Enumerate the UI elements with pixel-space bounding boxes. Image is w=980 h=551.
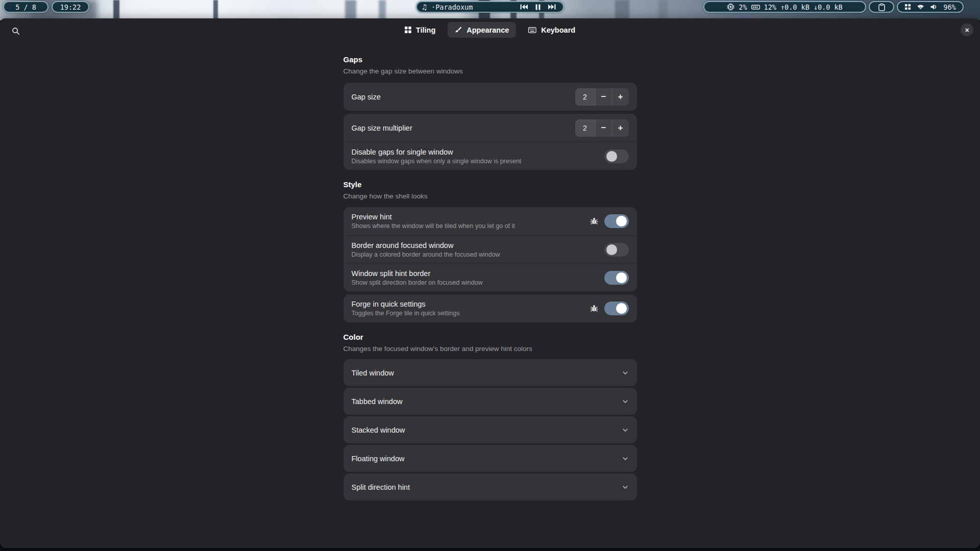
expander-split-direction-hint-label: Split direction hint [352, 483, 622, 491]
expander-stacked-window[interactable]: Stacked window [344, 416, 637, 443]
wallpaper-strip: 5 / 8 19:22 ♫ ·Paradoxum 2% 12% ↑0.0 kB … [0, 0, 980, 20]
expander-split-direction-hint[interactable]: Split direction hint [344, 473, 637, 500]
quick-settings-card: Forge in quick settings Toggles the Forg… [344, 294, 637, 322]
network-download: ↓0.0 kB [814, 3, 843, 11]
wallpaper-shape [213, 0, 218, 20]
gap-multiplier-spinbutton: 2 − + [575, 119, 629, 137]
gap-multiplier-increment-button[interactable]: + [612, 119, 629, 137]
network-upload: ↑0.0 kB [780, 3, 810, 11]
wallpaper-shape [113, 0, 119, 20]
chevron-down-icon [622, 427, 629, 434]
close-icon: × [965, 27, 969, 34]
disable-gaps-single-title: Disable gaps for single window [352, 147, 604, 157]
cpu-icon [727, 3, 734, 11]
preview-hint-subtitle: Shows where the window will be tiled whe… [352, 222, 590, 230]
clock-label: 19:22 [60, 3, 81, 11]
focus-border-subtitle: Display a colored border around the focu… [352, 251, 604, 259]
next-track-icon[interactable] [548, 4, 556, 10]
close-button[interactable]: × [961, 23, 973, 36]
style-section-heading: Style [344, 180, 637, 189]
clock-pill[interactable]: 19:22 [52, 1, 89, 13]
gap-multiplier-row: Gap size multiplier 2 − + [344, 114, 637, 142]
clipboard-icon [878, 3, 885, 11]
workspace-indicator-pill[interactable]: 5 / 8 [3, 1, 48, 13]
disable-gaps-single-subtitle: Disables window gaps when only a single … [352, 158, 604, 165]
split-hint-border-toggle[interactable] [604, 271, 629, 285]
keyboard-icon [528, 27, 536, 33]
preview-hint-row: Preview hint Shows where the window will… [344, 207, 637, 235]
chevron-down-icon [622, 369, 629, 377]
quick-settings-title: Forge in quick settings [352, 299, 590, 309]
quick-settings-subtitle: Toggles the Forge tile in quick settings [352, 310, 590, 317]
media-player-pill[interactable]: ♫ ·Paradoxum [416, 1, 564, 13]
gap-multiplier-value[interactable]: 2 [575, 119, 595, 137]
chevron-down-icon [622, 484, 629, 491]
tiling-icon [405, 27, 411, 33]
preview-hint-toggle[interactable] [604, 214, 629, 228]
quick-settings-toggle[interactable] [604, 302, 629, 315]
forge-preferences-window: Tiling Appearance Keyboard × Gaps Change… [0, 18, 980, 548]
volume-icon [930, 4, 938, 10]
expander-floating-window-label: Floating window [352, 455, 622, 463]
tab-appearance-label: Appearance [467, 26, 509, 34]
gap-size-decrement-button[interactable]: − [595, 88, 612, 106]
expander-tiled-window[interactable]: Tiled window [344, 359, 637, 386]
tab-keyboard[interactable]: Keyboard [521, 22, 582, 38]
focus-border-row: Border around focused window Display a c… [344, 235, 637, 263]
expander-floating-window[interactable]: Floating window [344, 445, 637, 472]
gaps-section-heading: Gaps [344, 55, 637, 64]
workspace-indicator-label: 5 / 8 [15, 3, 36, 11]
gap-size-label: Gap size [352, 92, 575, 102]
gap-size-row: Gap size 2 − + [344, 83, 637, 111]
gap-size-spinbutton: 2 − + [575, 88, 629, 106]
disable-gaps-single-row: Disable gaps for single window Disables … [344, 142, 637, 170]
color-section-subtitle: Changes the focused window's border and … [344, 345, 637, 353]
search-button[interactable] [9, 26, 20, 37]
gap-size-increment-button[interactable]: + [612, 88, 629, 106]
gaps-section-subtitle: Change the gap size between windows [344, 67, 637, 76]
gap-size-value[interactable]: 2 [575, 88, 595, 106]
tab-appearance[interactable]: Appearance [448, 22, 516, 38]
preview-hint-title: Preview hint [352, 212, 590, 221]
tab-keyboard-label: Keyboard [541, 26, 575, 34]
split-hint-border-title: Window split hint border [352, 269, 604, 278]
gap-size-card: Gap size 2 − + [344, 83, 637, 111]
focus-border-toggle[interactable] [604, 243, 629, 257]
quick-settings-row: Forge in quick settings Toggles the Forg… [344, 294, 637, 322]
gap-options-card: Gap size multiplier 2 − + Disable gaps f… [344, 114, 637, 170]
system-stats-pill[interactable]: 2% 12% ↑0.0 kB ↓0.0 kB [703, 1, 866, 13]
split-hint-border-row: Window split hint border Show split dire… [344, 263, 637, 291]
tab-tiling-label: Tiling [416, 26, 435, 34]
memory-icon [751, 4, 760, 10]
gap-multiplier-label: Gap size multiplier [352, 123, 575, 133]
experimental-bug-icon [590, 304, 598, 313]
system-tray-pill[interactable]: 96% [897, 1, 964, 13]
search-icon [12, 27, 20, 35]
expander-tiled-window-label: Tiled window [352, 369, 622, 377]
color-expander-list: Tiled window Tabbed window Stacked windo… [344, 359, 637, 500]
memory-usage: 12% [764, 3, 776, 11]
media-title: ·Paradoxum [431, 3, 473, 11]
paintbrush-icon [455, 27, 462, 34]
window-header: Tiling Appearance Keyboard × [0, 18, 980, 42]
chevron-down-icon [622, 398, 629, 405]
view-switcher: Tiling Appearance Keyboard [398, 22, 582, 38]
wallpaper-shape [379, 0, 386, 20]
appearance-page: Gaps Change the gap size between windows… [344, 55, 637, 500]
wallpaper-shape [345, 0, 356, 20]
previous-track-icon[interactable] [520, 4, 528, 10]
wifi-icon [917, 4, 924, 10]
apps-grid-icon [904, 4, 911, 10]
expander-tabbed-window[interactable]: Tabbed window [344, 388, 637, 415]
chevron-down-icon [622, 455, 629, 462]
pause-icon[interactable] [535, 4, 541, 10]
clipboard-pill[interactable] [869, 1, 894, 13]
gap-multiplier-decrement-button[interactable]: − [595, 119, 612, 137]
tab-tiling[interactable]: Tiling [398, 22, 443, 38]
wallpaper-shape [658, 0, 668, 20]
experimental-bug-icon [590, 217, 598, 226]
color-section-heading: Color [344, 333, 637, 341]
focus-border-title: Border around focused window [352, 241, 604, 250]
disable-gaps-single-toggle[interactable] [604, 149, 629, 163]
expander-tabbed-window-label: Tabbed window [352, 397, 622, 406]
